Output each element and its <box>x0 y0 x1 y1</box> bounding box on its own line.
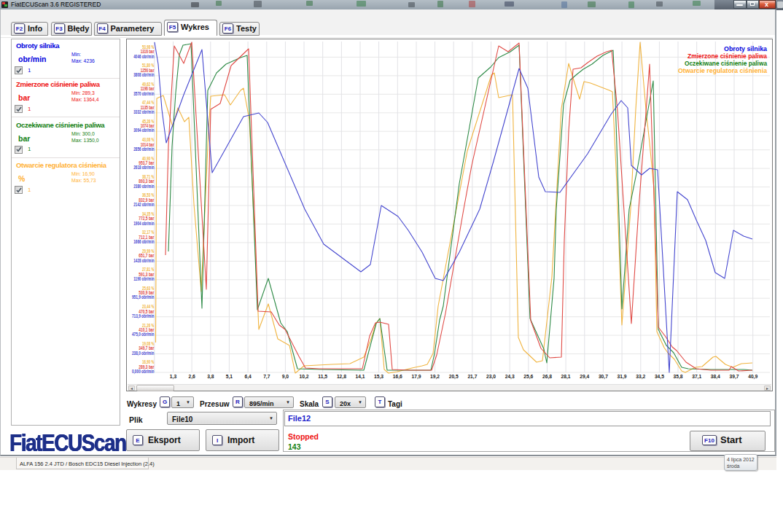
svg-text:951,9 obr/min: 951,9 obr/min <box>132 294 155 300</box>
svg-text:713,9 obr/min: 713,9 obr/min <box>132 313 155 319</box>
svg-text:2380 obr/min: 2380 obr/min <box>133 184 154 189</box>
svg-text:31,9: 31,9 <box>618 374 627 380</box>
svg-text:24,3: 24,3 <box>505 374 515 380</box>
svg-text:3332 obr/min: 3332 obr/min <box>133 109 154 114</box>
svg-text:1,3: 1,3 <box>170 374 177 380</box>
svg-text:10,2: 10,2 <box>299 374 308 380</box>
svg-text:19,2: 19,2 <box>430 374 440 380</box>
svg-text:29,4: 29,4 <box>580 374 589 380</box>
svg-text:23,0: 23,0 <box>486 374 496 380</box>
svg-text:7,7: 7,7 <box>263 374 270 380</box>
svg-text:38,4: 38,4 <box>711 374 720 380</box>
svg-text:5,1: 5,1 <box>226 374 233 380</box>
svg-text:475,0 obr/min: 475,0 obr/min <box>132 332 155 337</box>
svg-text:1190 obr/min: 1190 obr/min <box>133 276 154 281</box>
svg-text:17,9: 17,9 <box>411 374 421 380</box>
svg-text:9,0: 9,0 <box>282 374 289 380</box>
svg-text:33,2: 33,2 <box>636 374 645 380</box>
svg-text:1904 obr/min: 1904 obr/min <box>133 221 154 226</box>
svg-text:20,5: 20,5 <box>449 374 459 380</box>
svg-text:238,0 obr/min: 238,0 obr/min <box>132 351 155 356</box>
svg-text:37,1: 37,1 <box>692 374 701 380</box>
svg-text:2,6: 2,6 <box>188 374 195 380</box>
svg-text:1666 obr/min: 1666 obr/min <box>133 239 154 244</box>
svg-text:28,1: 28,1 <box>561 374 571 380</box>
svg-text:12,8: 12,8 <box>337 374 346 380</box>
svg-text:2142 obr/min: 2142 obr/min <box>133 202 154 207</box>
svg-text:21,7: 21,7 <box>467 374 477 380</box>
svg-text:3094 obr/min: 3094 obr/min <box>133 128 154 133</box>
svg-text:4046 obr/min: 4046 obr/min <box>133 54 154 59</box>
svg-text:16,6: 16,6 <box>393 374 402 380</box>
svg-text:2618 obr/min: 2618 obr/min <box>133 165 154 170</box>
svg-text:26,8: 26,8 <box>542 374 552 380</box>
svg-text:3570 obr/min: 3570 obr/min <box>133 91 154 96</box>
svg-text:0,000 obr/min: 0,000 obr/min <box>132 369 155 375</box>
svg-text:3808 obr/min: 3808 obr/min <box>133 72 154 77</box>
svg-text:30,7: 30,7 <box>599 374 608 380</box>
svg-text:25,6: 25,6 <box>523 374 533 380</box>
svg-text:34,5: 34,5 <box>655 374 664 380</box>
svg-text:40,9: 40,9 <box>748 374 757 380</box>
svg-text:14,1: 14,1 <box>355 374 365 380</box>
svg-text:1428 obr/min: 1428 obr/min <box>133 258 154 263</box>
svg-text:35,8: 35,8 <box>673 374 682 380</box>
svg-text:39,7: 39,7 <box>729 374 739 380</box>
svg-text:2856 obr/min: 2856 obr/min <box>133 146 154 152</box>
svg-text:11,5: 11,5 <box>318 374 327 380</box>
svg-text:6,4: 6,4 <box>244 374 252 380</box>
svg-text:Otwarcie regulatora ciśnienia: Otwarcie regulatora ciśnienia <box>678 66 767 74</box>
svg-text:3,8: 3,8 <box>207 374 214 380</box>
svg-text:15,3: 15,3 <box>374 374 383 380</box>
